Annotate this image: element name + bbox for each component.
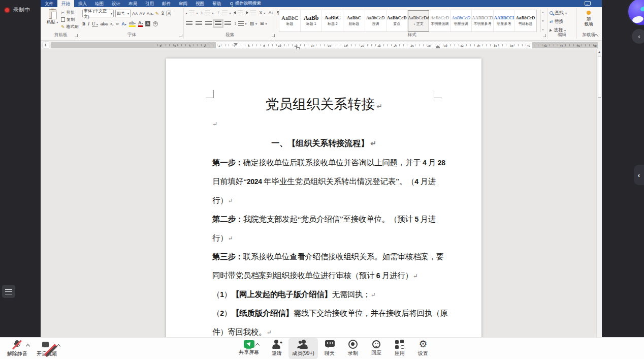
- unmute-button[interactable]: 解除静音: [4, 338, 30, 357]
- numbering-button[interactable]: 1▾: [201, 11, 213, 15]
- ribbon-tab-邮件[interactable]: 邮件: [158, 0, 175, 7]
- align-right-button[interactable]: [205, 21, 212, 26]
- ribbon-tab-插入[interactable]: 插入: [74, 0, 91, 7]
- font-size-combo[interactable]: 四号▾: [115, 10, 131, 17]
- tell-me-search[interactable]: 操作说明搜索: [230, 0, 261, 7]
- tab-stop-selector[interactable]: L: [43, 42, 49, 48]
- text-run: 1: [220, 290, 224, 298]
- ruby-guide-button[interactable]: 文: [160, 10, 165, 17]
- document-page[interactable]: 党员组织关系转接↵ ↵ 一、【组织关系转接流程】↵ 第一步：确定接收单位后联系接…: [166, 58, 481, 337]
- change-case-button[interactable]: Aa▾: [147, 11, 154, 16]
- share-options-chevron-icon[interactable]: [255, 343, 260, 347]
- italic-button[interactable]: I: [88, 21, 89, 26]
- text-run: 2024: [247, 177, 262, 186]
- ribbon-tab-视图[interactable]: 视图: [191, 0, 208, 7]
- 成员(99+)-button[interactable]: 成员(99+): [288, 338, 318, 359]
- enclose-char-button[interactable]: 字: [153, 21, 158, 26]
- font-color-button[interactable]: A▾: [138, 20, 143, 27]
- ribbon-tab-文件[interactable]: 文件: [41, 0, 57, 7]
- apps-icon: [395, 340, 404, 349]
- 设置-button[interactable]: ⚙设置: [411, 338, 435, 359]
- superscript-button[interactable]: x²: [116, 22, 119, 25]
- ruler-band[interactable]: 8642246810121416182022242628303234363840…: [51, 42, 598, 48]
- justify-button[interactable]: [215, 21, 221, 26]
- copy-button[interactable]: 复制: [61, 17, 79, 22]
- ribbon-tab-审阅[interactable]: 审阅: [175, 0, 191, 7]
- decrease-indent-button[interactable]: [234, 11, 243, 15]
- cut-button[interactable]: 剪切: [61, 10, 79, 15]
- 回应-button[interactable]: 回应: [365, 338, 388, 359]
- 录制-button[interactable]: 录制: [341, 338, 365, 359]
- style-要点[interactable]: AaBbCcD要点: [387, 10, 408, 32]
- bullets-button[interactable]: •▾: [186, 11, 198, 15]
- paste-button[interactable]: 粘贴 ▾: [45, 9, 60, 25]
- 邀请-button[interactable]: +邀请: [265, 338, 288, 359]
- ribbon-tab-绘图[interactable]: 绘图: [91, 0, 108, 7]
- mic-options-chevron-icon[interactable]: [26, 344, 30, 348]
- clear-format-icon[interactable]: [155, 11, 159, 16]
- style-明显参考[interactable]: AABBCCI明显参考: [494, 10, 515, 32]
- panel-collapse-button[interactable]: ‹: [632, 29, 644, 44]
- grow-font-button[interactable]: A˄: [132, 11, 138, 16]
- shading-button[interactable]: ▨▾: [250, 21, 257, 26]
- style-不明显参考[interactable]: AABBCCD不明显参考: [472, 10, 493, 32]
- align-left-button[interactable]: [186, 21, 192, 26]
- ribbon-tab-布局[interactable]: 布局: [124, 0, 141, 7]
- style-标题 1[interactable]: AaBb标题 1: [301, 10, 322, 32]
- comments-icon[interactable]: [585, 1, 591, 6]
- distribute-button[interactable]: [224, 21, 231, 26]
- style-副标题[interactable]: AaBbC副标题: [343, 10, 365, 32]
- start-video-button[interactable]: 开启视频: [33, 338, 61, 357]
- clipboard-dialog-launcher[interactable]: [75, 34, 78, 37]
- borders-button[interactable]: ⊞▾: [260, 21, 267, 26]
- style-明显强调[interactable]: AaBbCcD明显强调: [450, 10, 472, 32]
- scrollbar-thumb[interactable]: [598, 56, 601, 98]
- agenda-list-button[interactable]: [2, 285, 15, 298]
- style-不明显强调[interactable]: AaBbCcD不明显强调: [429, 10, 450, 32]
- ribbon-tab-帮助[interactable]: 帮助: [208, 0, 225, 7]
- 应用-button[interactable]: 应用: [388, 338, 411, 359]
- shared-word-window: 文件开始插入绘图设计布局引用邮件审阅视图帮助 操作说明搜索 粘贴 ▾ 剪切 复制…: [41, 0, 602, 337]
- 共享屏幕-button[interactable]: 共享屏幕: [233, 338, 265, 359]
- vertical-scrollbar[interactable]: ▲: [596, 49, 602, 337]
- format-painter-button[interactable]: 格式刷: [61, 24, 79, 29]
- addins-button[interactable]: 加 载项: [577, 10, 600, 26]
- cjk-layout-button[interactable]: X▾: [259, 10, 265, 15]
- style-强调[interactable]: AaBbCcD强调: [365, 10, 387, 32]
- style-↓ 正文[interactable]: AaBbCcDd↓ 正文: [408, 10, 429, 32]
- ribbon-tab-设计[interactable]: 设计: [108, 0, 124, 7]
- find-button[interactable]: 查找▾: [550, 10, 567, 16]
- style-标题[interactable]: AaBbC标题: [279, 10, 301, 32]
- style-label: 明显强调: [454, 21, 468, 26]
- first-line-indent-marker[interactable]: [234, 43, 238, 46]
- ribbon-tab-开始[interactable]: 开始: [57, 0, 74, 7]
- sort-button[interactable]: A↓: [268, 10, 274, 15]
- shrink-font-button[interactable]: A˅: [139, 11, 145, 16]
- scroll-up-icon[interactable]: ▲: [597, 50, 602, 53]
- underline-button[interactable]: U ▾: [92, 21, 98, 26]
- ribbon-tab-引用[interactable]: 引用: [141, 0, 158, 7]
- increase-indent-button[interactable]: [246, 11, 256, 15]
- line-spacing-button[interactable]: ↕▾: [234, 21, 247, 26]
- font-dialog-launcher[interactable]: [179, 34, 182, 37]
- style-标题 2[interactable]: AaBbC标题 2: [322, 10, 343, 32]
- subscript-button[interactable]: x₂: [110, 22, 113, 25]
- sidebar-expand-tab[interactable]: ‹: [634, 165, 644, 185]
- style-书籍标题[interactable]: AaBbCcD书籍标题: [515, 10, 536, 32]
- char-border-button[interactable]: A: [167, 11, 171, 16]
- char-shading-button[interactable]: A: [145, 21, 150, 26]
- text-effects-button[interactable]: A▾: [121, 21, 126, 26]
- bold-button[interactable]: B: [82, 21, 85, 26]
- highlight-color-button[interactable]: ab▾: [129, 20, 136, 27]
- align-center-button[interactable]: [196, 21, 202, 26]
- text-run: 月进: [418, 177, 436, 186]
- 聊天-button[interactable]: 聊天: [318, 338, 341, 359]
- font-name-combo[interactable]: 宋体 (中文正文)▾: [82, 10, 114, 17]
- paragraph-dialog-launcher[interactable]: [272, 34, 275, 37]
- text-run: 件）寄回我校。: [212, 327, 266, 336]
- styles-gallery-scroll[interactable]: ▲▼▾: [540, 10, 545, 32]
- strikethrough-button[interactable]: abc: [101, 21, 108, 26]
- multilevel-list-button[interactable]: ⋮▾: [216, 11, 231, 15]
- styles-dialog-launcher[interactable]: [543, 34, 546, 37]
- replace-button[interactable]: ⇄替换: [550, 18, 567, 25]
